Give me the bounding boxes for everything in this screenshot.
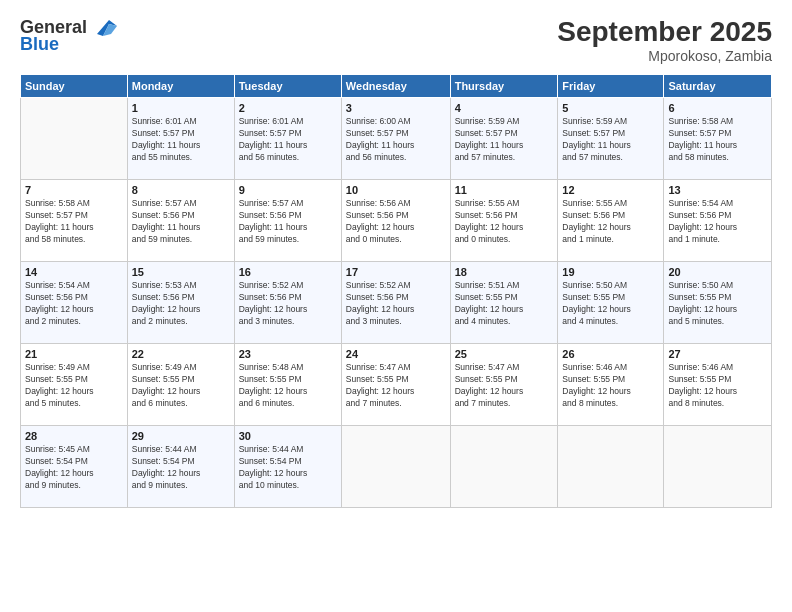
calendar-cell: 30Sunrise: 5:44 AM Sunset: 5:54 PM Dayli… [234, 426, 341, 508]
day-number: 5 [562, 102, 659, 114]
calendar-cell: 4Sunrise: 5:59 AM Sunset: 5:57 PM Daylig… [450, 98, 558, 180]
day-number: 8 [132, 184, 230, 196]
day-number: 2 [239, 102, 337, 114]
day-info: Sunrise: 5:59 AM Sunset: 5:57 PM Dayligh… [455, 116, 554, 164]
day-info: Sunrise: 6:00 AM Sunset: 5:57 PM Dayligh… [346, 116, 446, 164]
calendar-cell: 25Sunrise: 5:47 AM Sunset: 5:55 PM Dayli… [450, 344, 558, 426]
day-number: 10 [346, 184, 446, 196]
logo-bird-icon [89, 16, 117, 38]
day-number: 3 [346, 102, 446, 114]
calendar-table: SundayMondayTuesdayWednesdayThursdayFrid… [20, 74, 772, 508]
calendar-cell: 14Sunrise: 5:54 AM Sunset: 5:56 PM Dayli… [21, 262, 128, 344]
location-subtitle: Mporokoso, Zambia [557, 48, 772, 64]
day-number: 25 [455, 348, 554, 360]
calendar-cell: 22Sunrise: 5:49 AM Sunset: 5:55 PM Dayli… [127, 344, 234, 426]
calendar-cell: 11Sunrise: 5:55 AM Sunset: 5:56 PM Dayli… [450, 180, 558, 262]
day-info: Sunrise: 5:46 AM Sunset: 5:55 PM Dayligh… [668, 362, 767, 410]
day-number: 9 [239, 184, 337, 196]
day-info: Sunrise: 5:50 AM Sunset: 5:55 PM Dayligh… [668, 280, 767, 328]
calendar-cell: 26Sunrise: 5:46 AM Sunset: 5:55 PM Dayli… [558, 344, 664, 426]
day-number: 14 [25, 266, 123, 278]
day-info: Sunrise: 5:45 AM Sunset: 5:54 PM Dayligh… [25, 444, 123, 492]
calendar-cell: 7Sunrise: 5:58 AM Sunset: 5:57 PM Daylig… [21, 180, 128, 262]
day-number: 7 [25, 184, 123, 196]
day-number: 4 [455, 102, 554, 114]
day-number: 6 [668, 102, 767, 114]
calendar-cell: 1Sunrise: 6:01 AM Sunset: 5:57 PM Daylig… [127, 98, 234, 180]
calendar-cell: 18Sunrise: 5:51 AM Sunset: 5:55 PM Dayli… [450, 262, 558, 344]
day-number: 18 [455, 266, 554, 278]
day-number: 27 [668, 348, 767, 360]
header: General Blue September 2025 Mporokoso, Z… [20, 16, 772, 64]
day-number: 17 [346, 266, 446, 278]
weekday-header-saturday: Saturday [664, 75, 772, 98]
day-number: 21 [25, 348, 123, 360]
day-info: Sunrise: 5:54 AM Sunset: 5:56 PM Dayligh… [668, 198, 767, 246]
day-info: Sunrise: 5:50 AM Sunset: 5:55 PM Dayligh… [562, 280, 659, 328]
day-info: Sunrise: 5:58 AM Sunset: 5:57 PM Dayligh… [668, 116, 767, 164]
day-info: Sunrise: 5:54 AM Sunset: 5:56 PM Dayligh… [25, 280, 123, 328]
day-number: 19 [562, 266, 659, 278]
day-number: 23 [239, 348, 337, 360]
day-info: Sunrise: 5:59 AM Sunset: 5:57 PM Dayligh… [562, 116, 659, 164]
calendar-cell: 27Sunrise: 5:46 AM Sunset: 5:55 PM Dayli… [664, 344, 772, 426]
calendar-cell: 24Sunrise: 5:47 AM Sunset: 5:55 PM Dayli… [341, 344, 450, 426]
calendar-cell: 21Sunrise: 5:49 AM Sunset: 5:55 PM Dayli… [21, 344, 128, 426]
calendar-cell: 12Sunrise: 5:55 AM Sunset: 5:56 PM Dayli… [558, 180, 664, 262]
day-info: Sunrise: 5:48 AM Sunset: 5:55 PM Dayligh… [239, 362, 337, 410]
day-number: 22 [132, 348, 230, 360]
calendar-cell [558, 426, 664, 508]
day-info: Sunrise: 5:58 AM Sunset: 5:57 PM Dayligh… [25, 198, 123, 246]
calendar-cell: 19Sunrise: 5:50 AM Sunset: 5:55 PM Dayli… [558, 262, 664, 344]
calendar-cell: 5Sunrise: 5:59 AM Sunset: 5:57 PM Daylig… [558, 98, 664, 180]
day-info: Sunrise: 5:55 AM Sunset: 5:56 PM Dayligh… [455, 198, 554, 246]
day-number: 29 [132, 430, 230, 442]
day-info: Sunrise: 5:49 AM Sunset: 5:55 PM Dayligh… [25, 362, 123, 410]
day-number: 28 [25, 430, 123, 442]
day-number: 13 [668, 184, 767, 196]
calendar-cell: 29Sunrise: 5:44 AM Sunset: 5:54 PM Dayli… [127, 426, 234, 508]
day-info: Sunrise: 5:56 AM Sunset: 5:56 PM Dayligh… [346, 198, 446, 246]
day-number: 15 [132, 266, 230, 278]
calendar-cell: 23Sunrise: 5:48 AM Sunset: 5:55 PM Dayli… [234, 344, 341, 426]
day-number: 30 [239, 430, 337, 442]
calendar-week-row: 1Sunrise: 6:01 AM Sunset: 5:57 PM Daylig… [21, 98, 772, 180]
page: General Blue September 2025 Mporokoso, Z… [0, 0, 792, 612]
weekday-header-sunday: Sunday [21, 75, 128, 98]
calendar-cell: 10Sunrise: 5:56 AM Sunset: 5:56 PM Dayli… [341, 180, 450, 262]
day-number: 26 [562, 348, 659, 360]
calendar-cell: 6Sunrise: 5:58 AM Sunset: 5:57 PM Daylig… [664, 98, 772, 180]
weekday-header-monday: Monday [127, 75, 234, 98]
day-info: Sunrise: 5:55 AM Sunset: 5:56 PM Dayligh… [562, 198, 659, 246]
weekday-header-tuesday: Tuesday [234, 75, 341, 98]
calendar-cell: 15Sunrise: 5:53 AM Sunset: 5:56 PM Dayli… [127, 262, 234, 344]
day-info: Sunrise: 5:52 AM Sunset: 5:56 PM Dayligh… [239, 280, 337, 328]
day-number: 20 [668, 266, 767, 278]
calendar-cell: 3Sunrise: 6:00 AM Sunset: 5:57 PM Daylig… [341, 98, 450, 180]
calendar-cell: 28Sunrise: 5:45 AM Sunset: 5:54 PM Dayli… [21, 426, 128, 508]
calendar-cell [21, 98, 128, 180]
calendar-cell: 16Sunrise: 5:52 AM Sunset: 5:56 PM Dayli… [234, 262, 341, 344]
day-info: Sunrise: 5:47 AM Sunset: 5:55 PM Dayligh… [346, 362, 446, 410]
calendar-cell: 2Sunrise: 6:01 AM Sunset: 5:57 PM Daylig… [234, 98, 341, 180]
calendar-cell [341, 426, 450, 508]
weekday-header-row: SundayMondayTuesdayWednesdayThursdayFrid… [21, 75, 772, 98]
calendar-cell: 13Sunrise: 5:54 AM Sunset: 5:56 PM Dayli… [664, 180, 772, 262]
day-number: 24 [346, 348, 446, 360]
calendar-week-row: 7Sunrise: 5:58 AM Sunset: 5:57 PM Daylig… [21, 180, 772, 262]
calendar-cell: 8Sunrise: 5:57 AM Sunset: 5:56 PM Daylig… [127, 180, 234, 262]
day-number: 12 [562, 184, 659, 196]
month-title: September 2025 [557, 16, 772, 48]
day-info: Sunrise: 6:01 AM Sunset: 5:57 PM Dayligh… [239, 116, 337, 164]
day-info: Sunrise: 5:52 AM Sunset: 5:56 PM Dayligh… [346, 280, 446, 328]
day-number: 11 [455, 184, 554, 196]
calendar-week-row: 14Sunrise: 5:54 AM Sunset: 5:56 PM Dayli… [21, 262, 772, 344]
calendar-week-row: 21Sunrise: 5:49 AM Sunset: 5:55 PM Dayli… [21, 344, 772, 426]
day-number: 1 [132, 102, 230, 114]
day-info: Sunrise: 5:49 AM Sunset: 5:55 PM Dayligh… [132, 362, 230, 410]
day-info: Sunrise: 5:46 AM Sunset: 5:55 PM Dayligh… [562, 362, 659, 410]
day-info: Sunrise: 5:47 AM Sunset: 5:55 PM Dayligh… [455, 362, 554, 410]
calendar-cell [664, 426, 772, 508]
calendar-cell: 17Sunrise: 5:52 AM Sunset: 5:56 PM Dayli… [341, 262, 450, 344]
logo-blue: Blue [20, 34, 59, 55]
